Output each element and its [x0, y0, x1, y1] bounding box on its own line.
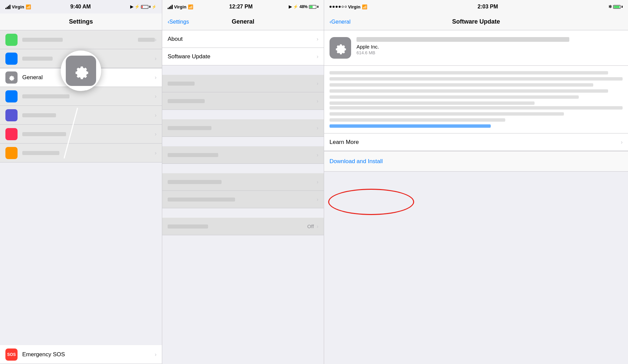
battery-2 — [309, 5, 318, 9]
carrier-1: Virgin — [12, 4, 24, 9]
general-panel: Virgin 📶 12:27 PM ▶ ⚡ 48% ‹ Settings Gen… — [162, 0, 324, 364]
carrier-3: Virgin — [348, 4, 361, 9]
bluetooth-icon-1: ⚡ — [135, 4, 140, 9]
item-label — [22, 38, 138, 42]
charging-icon: ⚡ — [152, 5, 156, 9]
desc-line — [330, 77, 623, 81]
settings-panel: Virgin 📶 9:40 AM ▶ ⚡ ⚡ Settings — [0, 0, 162, 364]
section-gap-1 — [162, 65, 324, 75]
gear-callout-inner — [66, 56, 96, 86]
status-left-2: Virgin 📶 — [168, 4, 193, 9]
blurred-item[interactable]: › — [162, 146, 324, 164]
gear-icon-small — [8, 74, 15, 81]
signal-icon — [5, 4, 10, 9]
nav-bar-1: Settings — [0, 13, 162, 30]
wifi-icon-3: 📶 — [362, 4, 367, 9]
update-info: Apple Inc. 614.6 MB — [356, 37, 623, 55]
software-update-panel: Virgin 📶 2:03 PM ✲ ‹ General Software Up… — [324, 0, 628, 364]
settings-title: Settings — [69, 18, 93, 25]
status-right-1: ▶ ⚡ ⚡ — [130, 4, 156, 9]
chevron-icon: › — [317, 152, 318, 158]
about-label: About — [168, 36, 317, 42]
sos-icon: SOS — [5, 348, 18, 361]
blurred-item[interactable]: › — [162, 75, 324, 92]
general-list: About › Software Update › › › — [162, 30, 324, 364]
blurred-item[interactable]: › — [162, 191, 324, 208]
status-left-1: Virgin 📶 — [5, 4, 31, 9]
section-gap-5 — [162, 208, 324, 218]
desc-line — [330, 95, 579, 99]
blur-content — [168, 180, 317, 184]
blurred-item[interactable]: › — [162, 119, 324, 137]
update-developer: Apple Inc. — [356, 44, 623, 50]
chevron-icon: › — [155, 74, 156, 81]
update-description — [324, 66, 628, 133]
update-card: Apple Inc. 614.6 MB — [324, 30, 628, 66]
wifi-icon-2: 📶 — [188, 4, 193, 9]
general-title: General — [232, 18, 254, 25]
list-item[interactable]: › — [0, 30, 162, 49]
bluetooth-icon-2: ⚡ — [293, 4, 298, 9]
about-item[interactable]: About › — [162, 30, 324, 48]
download-install-item[interactable]: Download and Install — [324, 151, 628, 172]
signal-dots — [330, 6, 347, 8]
software-update-item[interactable]: Software Update › — [162, 48, 324, 65]
emergency-sos-item[interactable]: SOS Emergency SOS › — [0, 345, 162, 364]
time-2: 12:27 PM — [229, 4, 253, 10]
update-name-blurred — [356, 37, 569, 42]
chevron-icon: › — [155, 93, 156, 99]
software-update-title: Software Update — [452, 18, 500, 25]
battery-3 — [613, 5, 623, 9]
item-value — [138, 38, 155, 42]
blur-content — [168, 99, 317, 103]
status-bar-2: Virgin 📶 12:27 PM ▶ ⚡ 48% — [162, 0, 324, 13]
gear-callout — [61, 51, 101, 91]
blurred-item[interactable]: › — [162, 173, 324, 191]
chevron-icon: › — [317, 196, 318, 203]
chevron-icon: › — [317, 98, 318, 104]
section-gap-3 — [162, 137, 324, 146]
chevron-icon: › — [317, 81, 318, 87]
update-size: 614.6 MB — [356, 50, 623, 55]
time-1: 9:40 AM — [70, 4, 91, 10]
back-label: Settings — [169, 19, 189, 25]
section-gap-4 — [162, 164, 324, 173]
restrictions-value: Off — [307, 223, 314, 229]
learn-more-item[interactable]: Learn More › — [324, 133, 628, 151]
learn-more-label: Learn More — [330, 139, 621, 146]
sos-label: Emergency SOS — [22, 351, 155, 358]
software-update-nav: ‹ General Software Update — [324, 13, 628, 30]
chevron-icon: › — [317, 223, 318, 230]
bluetooth-icon-3: ✲ — [608, 4, 612, 9]
status-right-2: ▶ ⚡ 48% — [289, 4, 318, 9]
wifi-icon-1: 📶 — [26, 4, 31, 9]
chevron-icon: › — [317, 179, 318, 185]
app-icon — [5, 34, 18, 46]
blur-content — [168, 198, 317, 202]
chevron-icon: › — [317, 125, 318, 131]
status-right-3: ✲ — [608, 4, 623, 9]
restrictions-item[interactable]: Off › — [162, 218, 324, 235]
back-to-settings[interactable]: ‹ Settings — [168, 19, 189, 25]
update-app-icon — [330, 37, 351, 59]
back-to-general[interactable]: ‹ General — [330, 19, 350, 25]
chevron-icon: › — [621, 139, 623, 145]
desc-line — [330, 71, 608, 74]
location-icon: ▶ — [130, 4, 133, 9]
app-icon — [5, 128, 18, 140]
chevron-icon: › — [317, 54, 318, 60]
desc-line — [330, 118, 505, 122]
status-left-3: Virgin 📶 — [330, 4, 367, 9]
svg-line-0 — [64, 108, 78, 158]
back-label-3: General — [331, 19, 350, 25]
gear-icon — [72, 62, 90, 80]
app-icon — [5, 109, 18, 121]
connector-line — [57, 104, 101, 165]
app-icon — [5, 147, 18, 159]
app-icon — [5, 90, 18, 102]
chevron-icon: › — [155, 150, 156, 156]
blurred-item[interactable]: › — [162, 92, 324, 110]
status-bar-1: Virgin 📶 9:40 AM ▶ ⚡ ⚡ — [0, 0, 162, 13]
blur-content — [168, 224, 307, 229]
desc-line — [330, 89, 608, 93]
